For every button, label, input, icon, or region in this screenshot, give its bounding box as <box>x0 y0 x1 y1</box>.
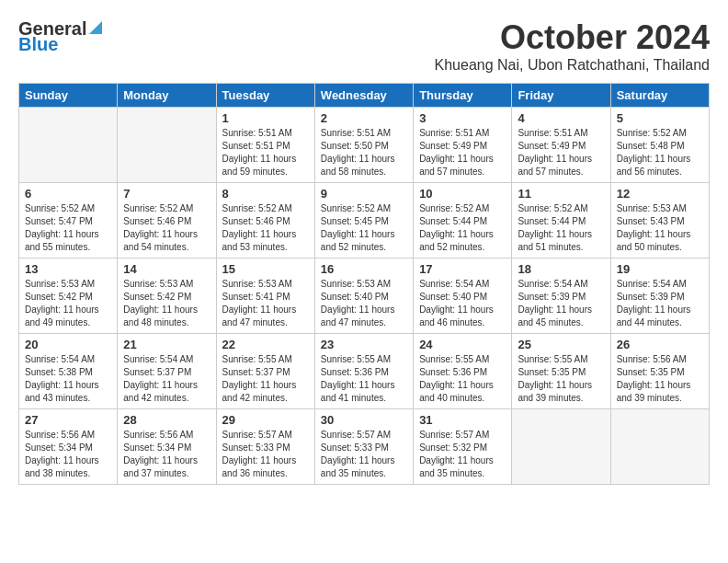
cell-details: Sunrise: 5:51 AMSunset: 5:50 PMDaylight:… <box>321 127 407 178</box>
day-number: 20 <box>25 338 111 351</box>
calendar-cell <box>512 409 610 485</box>
day-number: 5 <box>617 111 703 125</box>
calendar-cell: 4Sunrise: 5:51 AMSunset: 5:49 PMDaylight… <box>512 108 610 183</box>
cell-details: Sunrise: 5:52 AMSunset: 5:46 PMDaylight:… <box>222 202 309 254</box>
cell-details: Sunrise: 5:54 AMSunset: 5:37 PMDaylight:… <box>123 353 210 405</box>
day-number: 28 <box>123 413 210 427</box>
header-day-tuesday: Tuesday <box>216 84 314 108</box>
cell-details: Sunrise: 5:55 AMSunset: 5:36 PMDaylight:… <box>321 353 407 405</box>
cell-details: Sunrise: 5:54 AMSunset: 5:38 PMDaylight:… <box>25 353 111 405</box>
cell-details: Sunrise: 5:53 AMSunset: 5:42 PMDaylight:… <box>25 278 111 329</box>
calendar-cell: 9Sunrise: 5:52 AMSunset: 5:45 PMDaylight… <box>314 183 413 259</box>
day-number: 23 <box>321 338 407 351</box>
cell-details: Sunrise: 5:53 AMSunset: 5:40 PMDaylight:… <box>321 278 407 329</box>
calendar-cell: 19Sunrise: 5:54 AMSunset: 5:39 PMDayligh… <box>610 259 709 334</box>
day-number: 27 <box>25 413 111 427</box>
header-day-wednesday: Wednesday <box>314 84 413 108</box>
day-number: 30 <box>321 413 407 427</box>
calendar-cell: 29Sunrise: 5:57 AMSunset: 5:33 PMDayligh… <box>216 409 314 485</box>
day-number: 12 <box>617 187 703 201</box>
calendar-cell: 28Sunrise: 5:56 AMSunset: 5:34 PMDayligh… <box>118 409 216 485</box>
page-header: General Blue October 2024 Khueang Nai, U… <box>18 18 710 74</box>
cell-details: Sunrise: 5:55 AMSunset: 5:37 PMDaylight:… <box>222 353 309 405</box>
calendar-cell: 7Sunrise: 5:52 AMSunset: 5:46 PMDaylight… <box>118 183 216 259</box>
cell-details: Sunrise: 5:56 AMSunset: 5:35 PMDaylight:… <box>617 353 703 405</box>
header-day-monday: Monday <box>118 84 216 108</box>
cell-details: Sunrise: 5:53 AMSunset: 5:43 PMDaylight:… <box>617 202 703 254</box>
calendar-cell: 17Sunrise: 5:54 AMSunset: 5:40 PMDayligh… <box>414 259 512 334</box>
calendar-cell: 27Sunrise: 5:56 AMSunset: 5:34 PMDayligh… <box>19 409 118 485</box>
calendar-cell: 23Sunrise: 5:55 AMSunset: 5:36 PMDayligh… <box>314 334 413 409</box>
day-number: 8 <box>222 187 309 201</box>
day-number: 1 <box>222 111 309 125</box>
day-number: 18 <box>518 262 604 276</box>
calendar-cell: 16Sunrise: 5:53 AMSunset: 5:40 PMDayligh… <box>314 259 413 334</box>
cell-details: Sunrise: 5:56 AMSunset: 5:34 PMDaylight:… <box>123 429 210 480</box>
calendar-cell: 11Sunrise: 5:52 AMSunset: 5:44 PMDayligh… <box>512 183 610 259</box>
calendar-cell <box>610 409 709 485</box>
calendar-cell: 20Sunrise: 5:54 AMSunset: 5:38 PMDayligh… <box>19 334 118 409</box>
calendar-cell: 6Sunrise: 5:52 AMSunset: 5:47 PMDaylight… <box>19 183 118 259</box>
calendar-cell: 22Sunrise: 5:55 AMSunset: 5:37 PMDayligh… <box>216 334 314 409</box>
calendar-cell: 26Sunrise: 5:56 AMSunset: 5:35 PMDayligh… <box>610 334 709 409</box>
header-day-thursday: Thursday <box>414 84 512 108</box>
calendar-cell: 3Sunrise: 5:51 AMSunset: 5:49 PMDaylight… <box>414 108 512 183</box>
calendar-week-5: 27Sunrise: 5:56 AMSunset: 5:34 PMDayligh… <box>19 409 710 485</box>
calendar-header-row: SundayMondayTuesdayWednesdayThursdayFrid… <box>19 84 710 108</box>
calendar-cell: 5Sunrise: 5:52 AMSunset: 5:48 PMDaylight… <box>610 108 709 183</box>
header-day-saturday: Saturday <box>610 84 709 108</box>
cell-details: Sunrise: 5:52 AMSunset: 5:45 PMDaylight:… <box>321 202 407 254</box>
day-number: 15 <box>222 262 309 276</box>
cell-details: Sunrise: 5:57 AMSunset: 5:32 PMDaylight:… <box>419 429 506 480</box>
calendar-cell: 21Sunrise: 5:54 AMSunset: 5:37 PMDayligh… <box>118 334 216 409</box>
logo: General Blue <box>18 18 104 55</box>
day-number: 17 <box>419 262 506 276</box>
logo-arrow-icon <box>87 19 104 36</box>
calendar-cell: 13Sunrise: 5:53 AMSunset: 5:42 PMDayligh… <box>19 259 118 334</box>
calendar-cell: 8Sunrise: 5:52 AMSunset: 5:46 PMDaylight… <box>216 183 314 259</box>
header-day-friday: Friday <box>512 84 610 108</box>
cell-details: Sunrise: 5:53 AMSunset: 5:42 PMDaylight:… <box>123 278 210 329</box>
calendar-cell: 14Sunrise: 5:53 AMSunset: 5:42 PMDayligh… <box>118 259 216 334</box>
calendar-cell: 2Sunrise: 5:51 AMSunset: 5:50 PMDaylight… <box>314 108 413 183</box>
cell-details: Sunrise: 5:52 AMSunset: 5:46 PMDaylight:… <box>123 202 210 254</box>
calendar-cell: 1Sunrise: 5:51 AMSunset: 5:51 PMDaylight… <box>216 108 314 183</box>
cell-details: Sunrise: 5:52 AMSunset: 5:44 PMDaylight:… <box>419 202 506 254</box>
cell-details: Sunrise: 5:56 AMSunset: 5:34 PMDaylight:… <box>25 429 111 480</box>
cell-details: Sunrise: 5:53 AMSunset: 5:41 PMDaylight:… <box>222 278 309 329</box>
cell-details: Sunrise: 5:54 AMSunset: 5:39 PMDaylight:… <box>518 278 604 329</box>
calendar-cell <box>118 108 216 183</box>
location-title: Khueang Nai, Ubon Ratchathani, Thailand <box>435 57 710 74</box>
calendar-week-4: 20Sunrise: 5:54 AMSunset: 5:38 PMDayligh… <box>19 334 710 409</box>
calendar-week-1: 1Sunrise: 5:51 AMSunset: 5:51 PMDaylight… <box>19 108 710 183</box>
day-number: 9 <box>321 187 407 201</box>
cell-details: Sunrise: 5:51 AMSunset: 5:51 PMDaylight:… <box>222 127 309 178</box>
title-section: October 2024 Khueang Nai, Ubon Ratchatha… <box>435 18 710 74</box>
day-number: 19 <box>617 262 703 276</box>
cell-details: Sunrise: 5:54 AMSunset: 5:39 PMDaylight:… <box>617 278 703 329</box>
cell-details: Sunrise: 5:52 AMSunset: 5:47 PMDaylight:… <box>25 202 111 254</box>
cell-details: Sunrise: 5:51 AMSunset: 5:49 PMDaylight:… <box>518 127 604 178</box>
calendar-cell: 15Sunrise: 5:53 AMSunset: 5:41 PMDayligh… <box>216 259 314 334</box>
day-number: 22 <box>222 338 309 351</box>
day-number: 11 <box>518 187 604 201</box>
cell-details: Sunrise: 5:57 AMSunset: 5:33 PMDaylight:… <box>222 429 309 480</box>
day-number: 7 <box>123 187 210 201</box>
day-number: 26 <box>617 338 703 351</box>
day-number: 21 <box>123 338 210 351</box>
day-number: 3 <box>419 111 506 125</box>
header-day-sunday: Sunday <box>19 84 118 108</box>
day-number: 4 <box>518 111 604 125</box>
cell-details: Sunrise: 5:55 AMSunset: 5:35 PMDaylight:… <box>518 353 604 405</box>
day-number: 24 <box>419 338 506 351</box>
calendar-cell: 24Sunrise: 5:55 AMSunset: 5:36 PMDayligh… <box>414 334 512 409</box>
calendar-table: SundayMondayTuesdayWednesdayThursdayFrid… <box>18 83 710 485</box>
calendar-cell: 30Sunrise: 5:57 AMSunset: 5:33 PMDayligh… <box>314 409 413 485</box>
cell-details: Sunrise: 5:52 AMSunset: 5:48 PMDaylight:… <box>617 127 703 178</box>
calendar-cell: 31Sunrise: 5:57 AMSunset: 5:32 PMDayligh… <box>414 409 512 485</box>
day-number: 10 <box>419 187 506 201</box>
month-title: October 2024 <box>435 18 710 57</box>
day-number: 13 <box>25 262 111 276</box>
calendar-cell: 12Sunrise: 5:53 AMSunset: 5:43 PMDayligh… <box>610 183 709 259</box>
day-number: 6 <box>25 187 111 201</box>
